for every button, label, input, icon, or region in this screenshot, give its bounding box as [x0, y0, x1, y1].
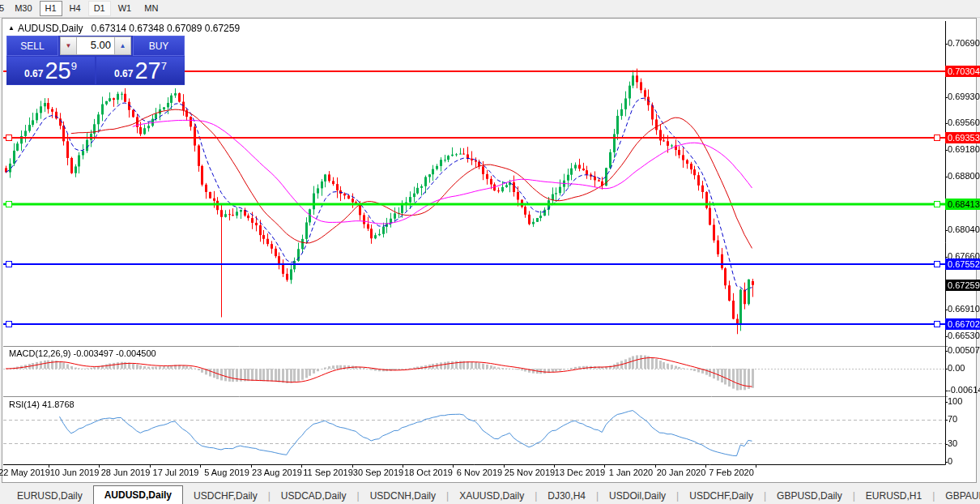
- buy-price-pip: 7: [161, 60, 167, 72]
- sell-price-prefix: 0.67: [24, 68, 43, 79]
- trade-panel-prices: 0.67259 0.67277: [6, 57, 185, 84]
- arrow-down-icon: ▼: [66, 42, 72, 49]
- tab-xauusd-daily[interactable]: XAUUSD,Daily: [449, 488, 535, 504]
- sell-price-main: 25: [45, 58, 70, 84]
- date-axis-label: 10 Jun 2019: [50, 468, 100, 477]
- rsi-label: RSI(14) 41.8768: [9, 399, 75, 409]
- buy-price-main: 27: [134, 58, 160, 84]
- price-level-tag: 0.69353: [945, 132, 980, 143]
- indicator-axis-tick: 0.005076: [948, 345, 980, 355]
- timeframe-button-5[interactable]: 5: [0, 1, 7, 16]
- volume-input[interactable]: 5.00: [77, 36, 114, 55]
- price-axis-tick: 0.66530: [948, 331, 980, 340]
- price-axis-tick: 0.66910: [948, 304, 980, 314]
- tab-eurusd-daily[interactable]: EURUSD,Daily: [6, 488, 93, 504]
- date-axis-label: 23 Aug 2019: [252, 468, 302, 477]
- indicator-axis-tick: 70: [948, 414, 957, 424]
- collapse-triangle-icon[interactable]: ▲: [8, 24, 15, 32]
- date-axis-label: 18 Oct 2019: [404, 468, 453, 477]
- timeframe-button-d1[interactable]: D1: [88, 1, 111, 16]
- chart-symbol-label: AUDUSD,Daily: [18, 23, 83, 34]
- macd-label: MACD(12,26,9) -0.003497 -0.004500: [9, 348, 156, 358]
- indicator-axis-tick: 30: [948, 438, 957, 448]
- volume-spinner: ▼ 5.00 ▲: [60, 36, 131, 55]
- chart-tab-bar: EURUSD,DailyAUDUSD,DailyUSDCHF,Daily|USD…: [0, 485, 980, 504]
- arrow-up-icon: ▲: [120, 42, 126, 49]
- sell-price-display[interactable]: 0.67259: [6, 57, 95, 84]
- timeframe-button-w1[interactable]: W1: [113, 1, 138, 16]
- date-axis-label: 25 Nov 2019: [505, 468, 555, 477]
- tab-gbpusd-daily[interactable]: GBPUSD,Daily: [766, 488, 853, 504]
- buy-price-prefix: 0.67: [114, 68, 133, 79]
- timeframe-button-mn[interactable]: MN: [138, 1, 164, 16]
- tab-eurusd-h1[interactable]: EURUSD,H1: [855, 488, 932, 504]
- price-axis-tick: 0.70690: [948, 38, 980, 48]
- price-chart-canvas[interactable]: [3, 21, 948, 468]
- indicator-axis-tick: 0: [948, 456, 952, 466]
- buy-button[interactable]: BUY: [133, 36, 185, 56]
- tab-usdcnh-daily[interactable]: USDCNH,Daily: [360, 488, 446, 504]
- trade-panel-controls: SELL ▼ 5.00 ▲ BUY: [6, 36, 185, 56]
- price-level-tag: 0.68413: [945, 199, 980, 210]
- volume-decrease-button[interactable]: ▼: [60, 36, 77, 55]
- price-axis-tick: 0.68040: [948, 224, 980, 234]
- timeframe-button-m30[interactable]: M30: [9, 1, 37, 16]
- price-level-tag: 0.70304: [945, 66, 980, 77]
- price-level-tag: 0.67552: [945, 258, 980, 270]
- price-axis-tick: 0.69560: [948, 117, 980, 127]
- indicator-axis-tick: 0.00: [948, 363, 965, 373]
- tab-usdchf-daily[interactable]: USDCHF,Daily: [679, 488, 764, 504]
- date-axis-label: 11 Sep 2019: [303, 468, 353, 477]
- volume-increase-button[interactable]: ▲: [114, 36, 131, 55]
- tab-audusd-daily[interactable]: AUDUSD,Daily: [93, 485, 183, 504]
- tab-usdchf-daily[interactable]: USDCHF,Daily: [183, 488, 268, 504]
- price-axis-tick: 0.67660: [948, 251, 980, 261]
- price-axis-tick: 0.68800: [948, 171, 980, 181]
- indicator-axis-tick: -0.006148: [948, 385, 980, 395]
- tab-dj30-h4[interactable]: DJ30,H4: [537, 488, 596, 504]
- date-axis-label: 7 Feb 2020: [709, 468, 754, 477]
- indicator-axis-tick: 100: [948, 396, 962, 406]
- chart-window: ▲AUDUSD,Daily0.67314 0.67348 0.67089 0.6…: [2, 18, 977, 483]
- sell-price-pip: 9: [71, 60, 77, 72]
- date-axis-label: 13 Dec 2019: [555, 468, 605, 477]
- chart-ohlc-values: 0.67314 0.67348 0.67089 0.67259: [92, 23, 241, 34]
- tab-gbpaud-h1[interactable]: GBPAUD,H1: [935, 488, 980, 504]
- price-level-tag: 0.67259: [945, 280, 980, 291]
- date-axis-label: 20 Jan 2020: [657, 468, 706, 477]
- price-axis-tick: 0.69180: [948, 144, 980, 154]
- price-axis-tick: 0.69930: [948, 92, 980, 101]
- chart-title: ▲AUDUSD,Daily0.67314 0.67348 0.67089 0.6…: [8, 23, 240, 34]
- tab-usdoil-daily[interactable]: USDOil,Daily: [599, 488, 676, 504]
- date-axis-label: 6 Nov 2019: [457, 468, 502, 477]
- mt4-terminal: 5M30H1H4D1W1MN ▲AUDUSD,Daily0.67314 0.67…: [0, 0, 980, 504]
- timeframe-button-h1[interactable]: H1: [40, 1, 62, 16]
- timeframe-button-h4[interactable]: H4: [64, 1, 87, 16]
- date-axis-label: 5 Aug 2019: [204, 468, 249, 477]
- sell-button[interactable]: SELL: [6, 36, 58, 56]
- tab-usdcad-daily[interactable]: USDCAD,Daily: [271, 488, 357, 504]
- date-axis-label: 28 Jun 2019: [101, 468, 151, 477]
- buy-price-display[interactable]: 0.67277: [96, 57, 185, 84]
- date-axis-label: 22 May 2019: [0, 468, 50, 477]
- date-axis-label: 1 Jan 2020: [609, 468, 653, 477]
- price-level-tag: 0.66702: [945, 318, 980, 330]
- date-axis-label: 30 Sep 2019: [353, 468, 403, 477]
- one-click-trading-panel: SELL ▼ 5.00 ▲ BUY 0.67259 0.67277: [6, 36, 185, 85]
- date-axis-label: 17 Jul 2019: [153, 468, 199, 477]
- timeframe-toolbar: 5M30H1H4D1W1MN: [0, 0, 980, 18]
